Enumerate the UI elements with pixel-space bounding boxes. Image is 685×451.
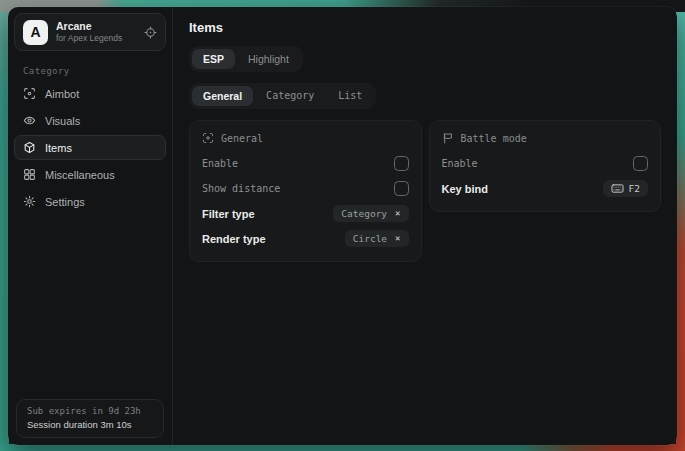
keyboard-icon [611, 183, 624, 194]
app-titles: Arcane for Apex Legends [56, 20, 136, 44]
sidebar-item-label: Miscellaneous [45, 169, 115, 181]
panel-header: General [202, 132, 409, 144]
session-card: Sub expires in 9d 23h Session duration 3… [16, 399, 164, 438]
mode-tab-row: ESPHighlight [189, 46, 661, 72]
view-tab-row: GeneralCategoryList [189, 83, 661, 109]
tab-esp[interactable]: ESP [192, 49, 235, 69]
mode-tab-group: ESPHighlight [189, 46, 303, 72]
session-duration-text: Session duration 3m 10s [27, 419, 153, 430]
filter-type-select[interactable]: Category✕ [333, 205, 408, 222]
sidebar-spacer [8, 216, 172, 393]
panel-title: General [221, 133, 263, 144]
visuals-icon [23, 114, 36, 127]
panel-battle-mode: Battle modeEnableKey bindF2 [429, 120, 662, 212]
panel-title: Battle mode [461, 133, 527, 144]
tab-highlight[interactable]: Highlight [237, 49, 300, 69]
enable-checkbox[interactable] [394, 156, 409, 171]
panel-general: GeneralEnableShow distanceFilter typeCat… [189, 120, 422, 262]
game-background-right [676, 0, 685, 451]
view-tab-group: GeneralCategoryList [189, 83, 376, 109]
settings-row: Enable [202, 151, 409, 176]
panels: GeneralEnableShow distanceFilter typeCat… [189, 120, 661, 262]
main-content: Items ESPHighlight GeneralCategoryList G… [173, 7, 677, 445]
tab-list[interactable]: List [327, 86, 373, 106]
sub-expires-text: Sub expires in 9d 23h [27, 406, 153, 416]
enable-checkbox[interactable] [633, 156, 648, 171]
settings-row: Render typeCircle✕ [202, 226, 409, 251]
settings-row: Key bindF2 [442, 176, 649, 201]
crosshair-icon [202, 132, 214, 144]
key-bind-value: F2 [629, 183, 640, 194]
target-icon[interactable] [144, 26, 157, 39]
close-icon[interactable]: ✕ [395, 234, 400, 243]
tab-category[interactable]: Category [255, 86, 325, 106]
sidebar-item-visuals[interactable]: Visuals [14, 108, 166, 133]
sidebar-item-label: Settings [45, 196, 85, 208]
settings-row: Filter typeCategory✕ [202, 201, 409, 226]
app-subtitle: for Apex Legends [56, 33, 136, 44]
flag-icon [442, 132, 454, 144]
row-label: Show distance [202, 183, 280, 194]
settings-row: Show distance [202, 176, 409, 201]
row-label: Filter type [202, 208, 255, 220]
close-icon[interactable]: ✕ [395, 209, 400, 218]
sidebar-item-items[interactable]: Items [14, 135, 166, 160]
sidebar-item-label: Aimbot [45, 88, 79, 100]
sidebar-item-miscellaneous[interactable]: Miscellaneous [14, 162, 166, 187]
settings-icon [23, 195, 36, 208]
settings-row: Enable [442, 151, 649, 176]
sidebar-item-settings[interactable]: Settings [14, 189, 166, 214]
sidebar: A Arcane for Apex Legends Category Aimbo… [8, 7, 173, 445]
render-type-select[interactable]: Circle✕ [345, 230, 409, 247]
row-label: Key bind [442, 183, 488, 195]
aimbot-icon [23, 87, 36, 100]
items-icon [23, 141, 36, 154]
render-type-value: Circle [353, 233, 387, 244]
app-header-card: A Arcane for Apex Legends [14, 13, 166, 51]
sidebar-item-label: Items [45, 142, 72, 154]
show-distance-checkbox[interactable] [394, 181, 409, 196]
row-label: Enable [202, 158, 238, 169]
app-logo: A [23, 20, 48, 45]
page-title: Items [189, 20, 661, 35]
row-label: Enable [442, 158, 478, 169]
key-bind-button[interactable]: F2 [603, 180, 648, 197]
sidebar-item-label: Visuals [45, 115, 80, 127]
tab-general[interactable]: General [192, 86, 253, 106]
game-background-bottom [0, 444, 685, 451]
row-label: Render type [202, 233, 266, 245]
app-name: Arcane [56, 20, 136, 33]
sidebar-item-aimbot[interactable]: Aimbot [14, 81, 166, 106]
sidebar-nav: AimbotVisualsItemsMiscellaneousSettings [8, 79, 172, 216]
panel-header: Battle mode [442, 132, 649, 144]
category-label: Category [23, 66, 172, 76]
filter-type-value: Category [341, 208, 387, 219]
arcane-menu-window: A Arcane for Apex Legends Category Aimbo… [8, 7, 677, 445]
miscellaneous-icon [23, 168, 36, 181]
